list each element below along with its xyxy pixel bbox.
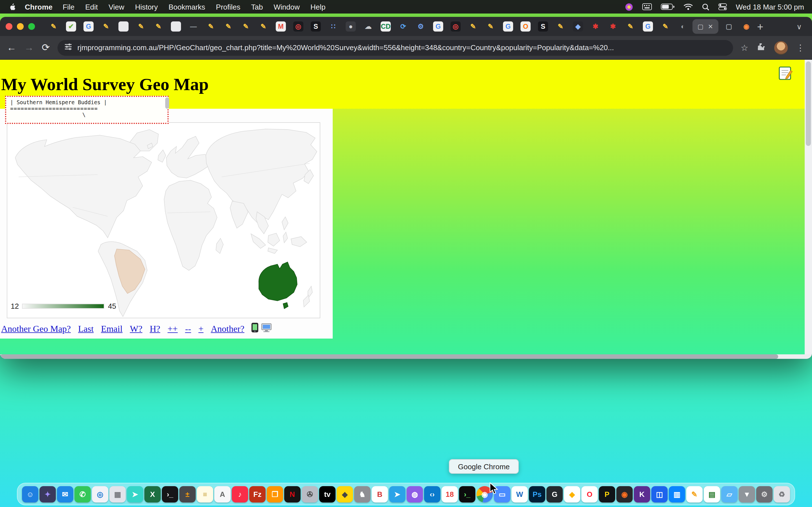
dock-textedit[interactable]: A: [214, 486, 231, 502]
dock-trash[interactable]: ♻: [774, 486, 790, 502]
pinned-tab[interactable]: ✱: [591, 21, 601, 32]
page-link[interactable]: Email: [101, 324, 122, 334]
dock-apple-tv[interactable]: tv: [319, 486, 336, 502]
control-center-icon[interactable]: [718, 3, 727, 10]
page-vertical-scrollbar[interactable]: [805, 60, 812, 354]
pinned-tab[interactable]: ✱: [608, 21, 618, 32]
dock-numbers[interactable]: ▤: [704, 486, 720, 502]
horizontal-scrollbar-thumb[interactable]: [0, 354, 778, 359]
menu-bar-item[interactable]: History: [135, 3, 158, 11]
close-window-button[interactable]: [6, 23, 12, 30]
dock-keynote[interactable]: ▥: [669, 486, 685, 502]
dock-mail[interactable]: ✉: [57, 486, 73, 502]
menu-bar-item[interactable]: File: [63, 3, 74, 11]
dock-chess[interactable]: ♞: [354, 486, 370, 502]
page-link[interactable]: W?: [130, 324, 142, 334]
pinned-tab[interactable]: ✎: [258, 21, 268, 32]
page-link[interactable]: Last: [78, 324, 94, 334]
menu-bar-item[interactable]: Edit: [85, 3, 98, 11]
pinned-tab[interactable]: ◆: [573, 21, 583, 32]
dock-siri[interactable]: ✦: [40, 486, 56, 502]
dock-folder-apps[interactable]: ▱: [721, 486, 738, 502]
dock-facetime[interactable]: ✆: [74, 486, 91, 502]
pinned-tab[interactable]: [118, 21, 129, 32]
pinned-tab[interactable]: ◉: [741, 21, 751, 32]
pinned-tab[interactable]: ✎: [223, 21, 234, 32]
dock-podcasts[interactable]: ◍: [407, 486, 423, 502]
menubar-clock[interactable]: Wed 18 Mar 5:00 pm: [736, 3, 804, 11]
dock-excel[interactable]: X: [144, 486, 161, 502]
menubar-app-icon[interactable]: [625, 3, 633, 11]
back-button[interactable]: ←: [7, 42, 16, 53]
tab-search-chevron-icon[interactable]: ∨: [797, 22, 802, 31]
menu-bar-item[interactable]: Window: [274, 3, 300, 11]
pinned-tab[interactable]: ✎: [660, 21, 670, 32]
profile-avatar[interactable]: [774, 41, 788, 54]
pinned-tab[interactable]: M: [276, 21, 286, 32]
pinned-tab[interactable]: —: [188, 21, 199, 32]
url-text[interactable]: rjmprogramming.com.au/PHP/GeoChart/geo_c…: [78, 43, 614, 52]
dock-pages[interactable]: ✎: [686, 486, 703, 502]
bookmark-star-icon[interactable]: ☆: [741, 43, 748, 53]
dock-iterm[interactable]: ›_: [459, 486, 475, 502]
vertical-scrollbar-thumb[interactable]: [806, 61, 811, 146]
site-settings-icon[interactable]: [64, 43, 72, 52]
menu-bar-item[interactable]: View: [109, 3, 124, 11]
dock-opera[interactable]: O: [581, 486, 598, 502]
dock-calculator[interactable]: ±: [179, 486, 196, 502]
browser-menu-icon[interactable]: ⋮: [796, 43, 805, 53]
dock-notes[interactable]: ≡: [197, 486, 213, 502]
dock-finder[interactable]: ☺: [22, 486, 38, 502]
address-bar[interactable]: rjmprogramming.com.au/PHP/GeoChart/geo_c…: [58, 40, 733, 55]
dock-books[interactable]: ❐: [267, 486, 283, 502]
pinned-tab[interactable]: ✎: [136, 21, 146, 32]
pinned-tab[interactable]: ◎: [293, 21, 303, 32]
wifi-icon[interactable]: [683, 3, 693, 10]
page-link[interactable]: ++: [167, 324, 177, 334]
dock-krita[interactable]: K: [634, 486, 650, 502]
active-app-name[interactable]: Chrome: [25, 3, 52, 11]
pinned-tab[interactable]: ✎: [555, 21, 566, 32]
menu-bar-item[interactable]: Profiles: [216, 3, 241, 11]
pinned-tab[interactable]: ✎: [468, 21, 478, 32]
pinned-tab[interactable]: S: [538, 21, 548, 32]
page-link[interactable]: +: [199, 324, 204, 334]
computer-emoji-icon[interactable]: [261, 323, 272, 334]
pinned-tab[interactable]: G: [503, 21, 513, 32]
pinned-tab[interactable]: ⚙: [416, 21, 426, 32]
pinned-tab[interactable]: [171, 21, 181, 32]
tab-close-icon[interactable]: ✕: [708, 23, 713, 30]
dock-downloads[interactable]: ▼: [739, 486, 755, 502]
dock-vscode[interactable]: ‹›: [424, 486, 441, 502]
menu-bar-item[interactable]: Help: [310, 3, 326, 11]
page-link[interactable]: Another Geo Map?: [1, 324, 71, 334]
pinned-tab[interactable]: ∷: [328, 21, 338, 32]
region-australia[interactable]: [259, 262, 297, 301]
dock-bear[interactable]: B: [371, 486, 388, 502]
pinned-tab[interactable]: ✎: [206, 21, 216, 32]
pinned-tab[interactable]: G: [643, 21, 653, 32]
pinned-tab[interactable]: G: [433, 21, 443, 32]
pinned-tab[interactable]: O: [520, 21, 530, 32]
keyboard-icon[interactable]: [642, 3, 652, 10]
dock-sketch[interactable]: ◆: [564, 486, 580, 502]
dock-photoshop[interactable]: Ps: [529, 486, 545, 502]
pinned-tab[interactable]: CD: [380, 21, 391, 32]
dock-word[interactable]: W: [511, 486, 528, 502]
phone-emoji-icon[interactable]: [252, 323, 259, 335]
pinned-tab[interactable]: G: [84, 21, 94, 32]
menu-bar-item[interactable]: Tab: [251, 3, 263, 11]
pinned-tab[interactable]: ✎: [486, 21, 496, 32]
dock-music[interactable]: ♪: [232, 486, 248, 502]
menu-bar-item[interactable]: Bookmarks: [168, 3, 205, 11]
apple-menu-icon[interactable]: [8, 3, 17, 11]
pinned-tab[interactable]: ✎: [101, 21, 111, 32]
pinned-tab[interactable]: ☁: [363, 21, 373, 32]
pinned-tab[interactable]: ●: [346, 21, 356, 32]
dock-terminal[interactable]: ›_: [162, 486, 178, 502]
active-tab[interactable]: ▢ ✕: [693, 19, 718, 34]
forward-button[interactable]: →: [24, 42, 34, 53]
iframe-scrollbar[interactable]: [165, 98, 169, 109]
pinned-tab[interactable]: ◎: [451, 21, 461, 32]
memo-icon[interactable]: [778, 66, 793, 83]
